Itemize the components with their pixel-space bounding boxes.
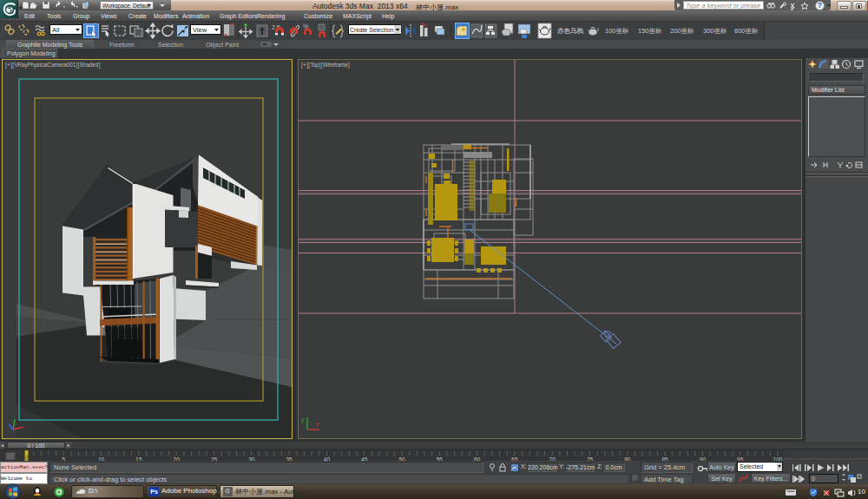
svg-text:x: x — [316, 421, 319, 427]
svg-text:150坐标: 150坐标 — [638, 27, 662, 35]
svg-text:300坐标: 300坐标 — [703, 27, 727, 35]
svg-text:100坐标: 100坐标 — [605, 27, 629, 35]
svg-text:y: y — [301, 417, 305, 423]
svg-text:200坐标: 200坐标 — [670, 27, 694, 35]
svg-text:All: All — [52, 26, 60, 34]
svg-text:0: 0 — [812, 476, 815, 482]
svg-text:View: View — [193, 26, 207, 34]
svg-text:600坐标: 600坐标 — [734, 27, 759, 35]
svg-text:赤色乌鸦: 赤色乌鸦 — [556, 27, 584, 35]
